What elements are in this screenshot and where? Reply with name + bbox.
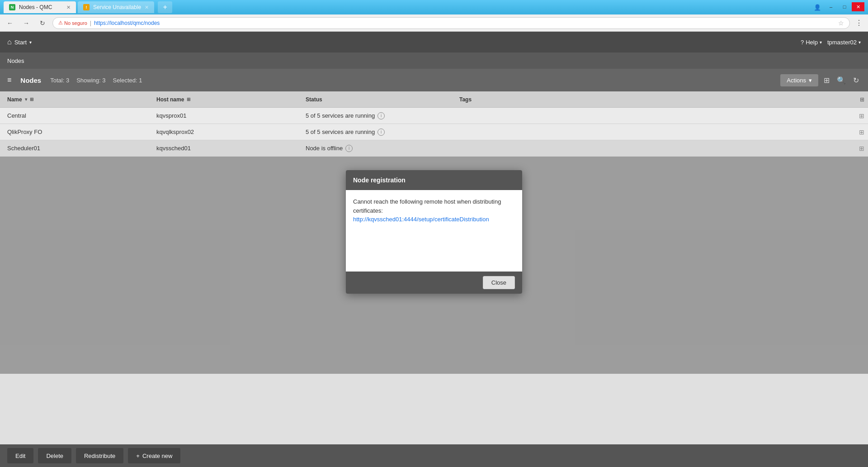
bottom-bar: Edit Delete Redistribute + Create new xyxy=(0,444,868,467)
help-label: Help xyxy=(806,39,818,46)
name-sort-icon[interactable]: ▾ xyxy=(25,97,27,102)
home-icon: ⌂ xyxy=(7,38,12,46)
window-controls: 👤 – □ ✕ xyxy=(811,2,864,12)
refresh-data-icon[interactable]: ↻ xyxy=(851,74,861,86)
help-dropdown-icon: ▾ xyxy=(820,40,822,45)
add-cell-2[interactable]: ⊞ xyxy=(859,145,868,152)
browser-menu-icon[interactable]: ⋮ xyxy=(854,19,864,27)
hostname-export-icon[interactable]: ⊞ xyxy=(187,97,190,102)
maximize-button[interactable]: □ xyxy=(838,2,851,11)
showing-stat: Showing: 3 xyxy=(76,77,105,84)
home-dropdown-icon: ▾ xyxy=(29,40,32,45)
main-content: Node registration Cannot reach the follo… xyxy=(0,157,868,374)
modal-header: Node registration xyxy=(346,170,522,190)
table-row[interactable]: Central kqvsprox01 5 of 5 services are r… xyxy=(0,108,868,124)
tab-nodes-label: Nodes - QMC xyxy=(19,4,52,10)
redistribute-button[interactable]: Redistribute xyxy=(76,448,123,463)
tab-service-unavailable[interactable]: ! Service Unavailable ✕ xyxy=(78,1,154,13)
table-container: Name ▾ ⊞ Host name ⊞ Status Tags ⊞ Centr… xyxy=(0,91,868,157)
td-hostname-2: kqvssched01 xyxy=(149,145,298,152)
td-hostname-1: kqvqlksprox02 xyxy=(149,129,298,135)
info-icon-2[interactable]: i xyxy=(345,145,353,152)
breadcrumb-nodes[interactable]: Nodes xyxy=(7,57,24,64)
user-label: tpmaster02 xyxy=(827,39,857,46)
tab-nodes-close[interactable]: ✕ xyxy=(66,5,71,10)
create-new-icon: + xyxy=(136,453,140,459)
th-add-icon[interactable]: ⊞ xyxy=(860,96,868,103)
browser-addressbar: ← → ↻ ⚠ No seguro | https://localhost/qm… xyxy=(0,14,868,32)
td-status-1: 5 of 5 services are running i xyxy=(298,129,452,136)
home-label: Start xyxy=(14,39,27,46)
tab-service-close[interactable]: ✕ xyxy=(145,5,149,10)
add-cell-1[interactable]: ⊞ xyxy=(859,129,868,136)
td-name-2: Scheduler01 xyxy=(0,145,149,152)
home-button[interactable]: ⌂ Start ▾ xyxy=(7,38,32,46)
actions-label: Actions xyxy=(787,77,806,84)
toolbar: ≡ Nodes Total: 3 Showing: 3 Selected: 1 … xyxy=(0,69,868,91)
tab-nodes-favicon: N xyxy=(9,4,15,10)
table-row[interactable]: QlikProxy FO kqvqlksprox02 5 of 5 servic… xyxy=(0,124,868,140)
address-separator: | xyxy=(90,20,91,26)
tab-service-favicon: ! xyxy=(83,4,90,10)
modal-overlay: Node registration Cannot reach the follo… xyxy=(0,157,868,374)
modal-body-text: Cannot reach the following remote host w… xyxy=(353,198,501,214)
actions-dropdown-icon: ▾ xyxy=(809,77,812,84)
modal-close-button[interactable]: Close xyxy=(483,276,515,289)
address-bar[interactable]: ⚠ No seguro | https://localhost/qmc/node… xyxy=(52,17,850,29)
add-cell-0[interactable]: ⊞ xyxy=(859,112,868,119)
td-hostname-0: kqvsprox01 xyxy=(149,112,298,119)
new-tab-btn[interactable]: + xyxy=(158,1,172,13)
back-button[interactable]: ← xyxy=(4,17,16,29)
actions-button[interactable]: Actions ▾ xyxy=(780,74,818,86)
th-hostname: Host name ⊞ xyxy=(149,96,298,103)
browser-titlebar: N Nodes - QMC ✕ ! Service Unavailable ✕ … xyxy=(0,0,868,14)
toolbar-actions: Actions ▾ ⊞ 🔍 ↻ xyxy=(780,74,861,86)
td-name-1: QlikProxy FO xyxy=(0,129,149,135)
user-button[interactable]: tpmaster02 ▾ xyxy=(827,39,861,46)
modal-body: Cannot reach the following remote host w… xyxy=(346,190,522,272)
create-new-button[interactable]: + Create new xyxy=(128,448,180,463)
user-dropdown-icon: ▾ xyxy=(859,40,861,45)
help-icon: ? xyxy=(801,39,804,46)
close-button[interactable]: ✕ xyxy=(852,2,864,11)
breadcrumb: Nodes xyxy=(0,52,868,69)
profile-icon[interactable]: 👤 xyxy=(811,2,824,12)
columns-icon[interactable]: ⊞ xyxy=(822,74,831,86)
th-name: Name ▾ ⊞ xyxy=(0,96,149,103)
topbar-right: ? Help ▾ tpmaster02 ▾ xyxy=(801,39,861,46)
warning-text: No seguro xyxy=(64,20,87,26)
delete-button[interactable]: Delete xyxy=(38,448,71,463)
toolbar-title: Nodes xyxy=(20,76,41,84)
tab-nodes[interactable]: N Nodes - QMC ✕ xyxy=(4,1,76,13)
th-tags: Tags xyxy=(452,96,860,103)
help-button[interactable]: ? Help ▾ xyxy=(801,39,822,46)
bookmark-icon[interactable]: ☆ xyxy=(838,19,844,27)
total-stat: Total: 3 xyxy=(50,77,69,84)
table-row[interactable]: Scheduler01 kqvssched01 Node is offline … xyxy=(0,140,868,157)
selected-stat: Selected: 1 xyxy=(113,77,142,84)
refresh-button[interactable]: ↻ xyxy=(36,17,49,29)
edit-button[interactable]: Edit xyxy=(7,448,33,463)
address-url: https://localhost/qmc/nodes xyxy=(94,20,160,26)
td-status-2: Node is offline i xyxy=(298,145,452,152)
warning-icon: ⚠ xyxy=(58,20,63,26)
info-icon-0[interactable]: i xyxy=(377,112,385,119)
search-icon[interactable]: 🔍 xyxy=(835,74,848,86)
node-registration-modal: Node registration Cannot reach the follo… xyxy=(346,170,522,294)
td-name-0: Central xyxy=(0,112,149,119)
name-filter-icon[interactable]: ⊞ xyxy=(30,97,33,102)
modal-title: Node registration xyxy=(353,176,406,184)
toolbar-menu-icon[interactable]: ≡ xyxy=(7,76,11,84)
security-warning: ⚠ No seguro xyxy=(58,20,87,26)
new-tab-icon: + xyxy=(163,3,167,11)
th-status: Status xyxy=(298,96,452,103)
tab-service-label: Service Unavailable xyxy=(93,4,141,10)
toolbar-stats: Total: 3 Showing: 3 Selected: 1 xyxy=(50,77,142,84)
app-topbar: ⌂ Start ▾ ? Help ▾ tpmaster02 ▾ xyxy=(0,32,868,52)
modal-footer: Close xyxy=(346,272,522,294)
table-header: Name ▾ ⊞ Host name ⊞ Status Tags ⊞ xyxy=(0,91,868,108)
modal-body-url[interactable]: http://kqvssched01:4444/setup/certificat… xyxy=(353,216,489,223)
forward-button[interactable]: → xyxy=(20,17,33,29)
minimize-button[interactable]: – xyxy=(825,2,837,11)
info-icon-1[interactable]: i xyxy=(377,129,385,136)
